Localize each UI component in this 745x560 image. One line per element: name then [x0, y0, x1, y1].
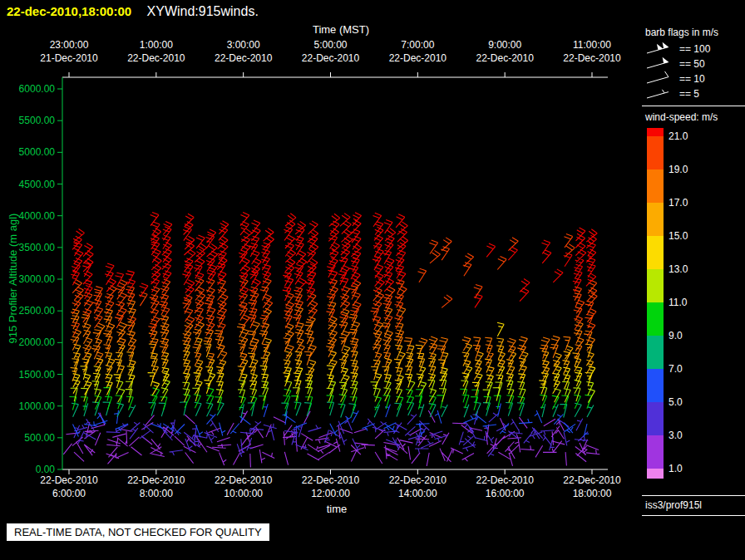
colorbar-label: 7.0 — [669, 363, 710, 375]
y-axis-tick: 3000.00 — [2, 273, 55, 285]
wind-barbs-layer — [71, 300, 595, 366]
colorbar-segment — [647, 128, 664, 136]
colorbar-label: 9.0 — [669, 330, 710, 341]
barb-legend-entry: == 50 — [645, 56, 745, 71]
colorbar-label: 3.0 — [669, 430, 710, 441]
barb-legend-value: == 10 — [679, 73, 705, 85]
bottom-axis-tick: 22-Dec-201012:00:00 — [287, 474, 373, 500]
barb-flag-legend: barb flags in m/s == 100== 50== 10== 5 — [645, 27, 745, 101]
colorbar-segment — [647, 402, 664, 435]
colorbar-segment — [647, 136, 664, 169]
y-axis-tick: 3500.00 — [2, 242, 55, 253]
bottom-axis-tick: 22-Dec-20108:00:00 — [113, 474, 200, 500]
bottom-axis-tick: 22-Dec-20106:00:00 — [26, 474, 112, 500]
barb-legend-title: barb flags in m/s — [645, 27, 745, 38]
y-axis-tick: 5000.00 — [2, 146, 55, 158]
colorbar-title: wind-speed: m/s — [645, 111, 718, 123]
bottom-axis-tick: 22-Dec-201016:00:00 — [461, 474, 548, 500]
colorbar-segment — [647, 269, 664, 302]
plot-timestamp: 22-dec-2010,18:00:00 — [7, 4, 131, 18]
quality-notice: REAL-TIME DATA, NOT CHECKED FOR QUALITY — [7, 523, 269, 541]
barb-legend-value: == 50 — [679, 58, 705, 70]
bottom-axis-tick: 22-Dec-201010:00:00 — [200, 474, 287, 500]
y-axis-tick: 2000.00 — [2, 336, 55, 348]
double-pennant-icon — [645, 42, 675, 56]
y-axis-tick: 6000.00 — [2, 83, 55, 95]
colorbar-segment — [647, 302, 664, 336]
y-axis-tick: 500.00 — [2, 432, 55, 444]
top-axis-tick: 3:00:0022-Dec-2010 — [200, 38, 287, 65]
legend-divider — [642, 106, 745, 106]
half-barb-icon — [645, 87, 675, 101]
barb-legend-entry: == 100 — [645, 42, 745, 56]
y-axis-tick: 4000.00 — [2, 210, 55, 222]
top-axis-tick: 7:00:0022-Dec-2010 — [374, 38, 461, 65]
barb-legend-rows: == 100== 50== 10== 5 — [645, 42, 745, 101]
barb-legend-entry: == 5 — [645, 86, 745, 101]
colorbar-label: 5.0 — [669, 396, 710, 408]
colorbar-segment — [647, 435, 664, 469]
colorbar-label: 17.0 — [669, 197, 710, 209]
colorbar-segment — [647, 369, 664, 402]
pennant-icon — [645, 57, 675, 71]
wind-profiler-chart: 22-dec-2010,18:00:00 XYWind:915winds. Ti… — [0, 0, 745, 560]
barb-legend-value: == 5 — [679, 88, 699, 100]
y-axis-tick: 2500.00 — [2, 305, 55, 317]
colorbar-label: 19.0 — [669, 164, 710, 175]
plot-title: XYWind:915winds. — [147, 4, 259, 18]
data-source-label: iss3/prof915l — [645, 499, 702, 511]
top-axis-title: Time (MST) — [295, 23, 387, 36]
colorbar-label: 15.0 — [669, 230, 710, 242]
colorbar — [647, 128, 664, 479]
bottom-axis-tick: 22-Dec-201014:00:00 — [374, 474, 461, 500]
title-bar: 22-dec-2010,18:00:00 XYWind:915winds. — [7, 4, 259, 19]
full-barb-icon — [645, 72, 675, 86]
colorbar-segment — [647, 169, 664, 203]
colorbar-label: 1.0 — [669, 463, 710, 474]
y-axis-tick: 1500.00 — [2, 369, 55, 381]
top-axis-tick: 23:00:0021-Dec-2010 — [26, 38, 112, 65]
wind-barbs-layer — [72, 402, 594, 418]
source-divider-bottom — [642, 515, 745, 516]
colorbar-segment — [647, 236, 664, 269]
source-divider-top — [642, 495, 745, 496]
top-axis-tick: 1:00:0022-Dec-2010 — [113, 38, 200, 65]
colorbar-label: 11.0 — [669, 297, 710, 308]
colorbar-label: 21.0 — [669, 130, 710, 142]
top-axis-tick: 9:00:0022-Dec-2010 — [461, 38, 548, 65]
colorbar-segment — [647, 336, 664, 369]
top-axis-tick: 5:00:0022-Dec-2010 — [287, 38, 373, 65]
colorbar-segment — [647, 469, 664, 479]
y-axis-tick: 4500.00 — [2, 179, 55, 190]
y-axis-tick: 1000.00 — [2, 400, 55, 412]
y-axis-tick: 5500.00 — [2, 115, 55, 126]
colorbar-label: 13.0 — [669, 263, 710, 275]
barb-legend-entry: == 10 — [645, 71, 745, 86]
top-axis-tick: 11:00:0022-Dec-2010 — [549, 38, 635, 65]
bottom-axis-title: time — [295, 503, 378, 515]
colorbar-segment — [647, 203, 664, 236]
bottom-axis-tick: 22-Dec-201018:00:00 — [549, 474, 635, 500]
barb-legend-value: == 100 — [679, 43, 710, 55]
